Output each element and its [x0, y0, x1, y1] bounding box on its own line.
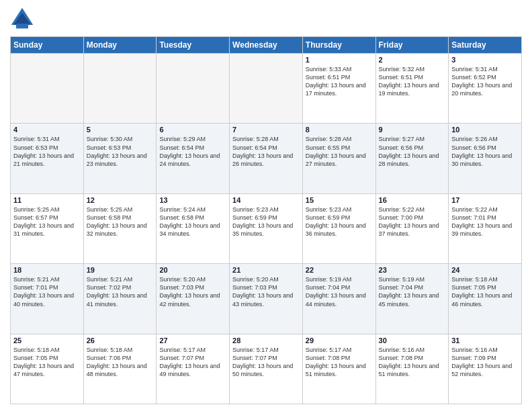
calendar-day-cell: 10Sunrise: 5:26 AM Sunset: 6:56 PM Dayli…	[449, 124, 522, 193]
calendar-day-cell: 14Sunrise: 5:23 AM Sunset: 6:59 PM Dayli…	[230, 193, 303, 263]
day-number: 14	[232, 196, 300, 204]
calendar-day-cell: 1Sunrise: 5:33 AM Sunset: 6:51 PM Daylig…	[302, 54, 375, 124]
calendar-body: 1Sunrise: 5:33 AM Sunset: 6:51 PM Daylig…	[11, 54, 522, 404]
day-number: 26	[87, 336, 154, 345]
calendar-week-row: 25Sunrise: 5:18 AM Sunset: 7:05 PM Dayli…	[11, 334, 522, 404]
day-info: Sunrise: 5:23 AM Sunset: 6:59 PM Dayligh…	[232, 205, 300, 238]
day-info: Sunrise: 5:29 AM Sunset: 6:54 PM Dayligh…	[159, 135, 226, 168]
day-of-week-header: Tuesday	[157, 37, 230, 54]
calendar-day-cell: 17Sunrise: 5:22 AM Sunset: 7:01 PM Dayli…	[449, 193, 522, 263]
day-info: Sunrise: 5:31 AM Sunset: 6:52 PM Dayligh…	[451, 65, 519, 98]
day-number: 13	[159, 196, 226, 204]
calendar-day-cell: 25Sunrise: 5:18 AM Sunset: 7:05 PM Dayli…	[11, 334, 84, 404]
day-info: Sunrise: 5:22 AM Sunset: 7:00 PM Dayligh…	[379, 205, 446, 238]
calendar-day-cell: 20Sunrise: 5:20 AM Sunset: 7:03 PM Dayli…	[157, 264, 230, 334]
day-of-week-header: Saturday	[449, 37, 522, 54]
day-number: 1	[306, 56, 373, 64]
calendar-day-cell: 13Sunrise: 5:24 AM Sunset: 6:58 PM Dayli…	[157, 193, 230, 263]
calendar-day-cell: 8Sunrise: 5:28 AM Sunset: 6:55 PM Daylig…	[302, 124, 375, 193]
day-number: 6	[159, 126, 226, 134]
day-info: Sunrise: 5:30 AM Sunset: 6:53 PM Dayligh…	[87, 135, 154, 168]
calendar-day-cell: 12Sunrise: 5:25 AM Sunset: 6:58 PM Dayli…	[83, 193, 157, 263]
page: SundayMondayTuesdayWednesdayThursdayFrid…	[0, 0, 532, 411]
day-number: 12	[87, 196, 154, 204]
day-info: Sunrise: 5:23 AM Sunset: 6:59 PM Dayligh…	[306, 205, 373, 238]
day-info: Sunrise: 5:18 AM Sunset: 7:05 PM Dayligh…	[451, 275, 519, 308]
day-info: Sunrise: 5:17 AM Sunset: 7:08 PM Dayligh…	[306, 346, 373, 379]
day-info: Sunrise: 5:18 AM Sunset: 7:05 PM Dayligh…	[13, 346, 81, 379]
day-of-week-header: Wednesday	[230, 37, 303, 54]
calendar-day-cell: 19Sunrise: 5:21 AM Sunset: 7:02 PM Dayli…	[83, 264, 157, 334]
calendar-day-cell: 28Sunrise: 5:17 AM Sunset: 7:07 PM Dayli…	[230, 334, 303, 404]
calendar-day-cell: 18Sunrise: 5:21 AM Sunset: 7:01 PM Dayli…	[11, 264, 84, 334]
calendar-day-cell: 2Sunrise: 5:32 AM Sunset: 6:51 PM Daylig…	[375, 54, 449, 124]
day-info: Sunrise: 5:27 AM Sunset: 6:56 PM Dayligh…	[379, 135, 446, 168]
calendar-day-cell: 6Sunrise: 5:29 AM Sunset: 6:54 PM Daylig…	[157, 124, 230, 193]
day-number: 19	[87, 266, 154, 274]
day-info: Sunrise: 5:18 AM Sunset: 7:06 PM Dayligh…	[87, 346, 154, 379]
calendar-day-cell: 9Sunrise: 5:27 AM Sunset: 6:56 PM Daylig…	[375, 124, 449, 193]
day-info: Sunrise: 5:33 AM Sunset: 6:51 PM Dayligh…	[306, 65, 373, 98]
day-info: Sunrise: 5:25 AM Sunset: 6:57 PM Dayligh…	[13, 205, 81, 238]
day-info: Sunrise: 5:20 AM Sunset: 7:03 PM Dayligh…	[232, 275, 300, 308]
header	[10, 7, 522, 31]
day-number: 21	[232, 266, 300, 274]
day-info: Sunrise: 5:25 AM Sunset: 6:58 PM Dayligh…	[87, 205, 154, 238]
day-info: Sunrise: 5:28 AM Sunset: 6:54 PM Dayligh…	[232, 135, 300, 168]
day-info: Sunrise: 5:21 AM Sunset: 7:01 PM Dayligh…	[13, 275, 81, 308]
calendar-day-cell: 24Sunrise: 5:18 AM Sunset: 7:05 PM Dayli…	[449, 264, 522, 334]
calendar-day-cell: 29Sunrise: 5:17 AM Sunset: 7:08 PM Dayli…	[302, 334, 375, 404]
calendar-day-cell: 5Sunrise: 5:30 AM Sunset: 6:53 PM Daylig…	[83, 124, 157, 193]
calendar-week-row: 1Sunrise: 5:33 AM Sunset: 6:51 PM Daylig…	[11, 54, 522, 124]
day-info: Sunrise: 5:17 AM Sunset: 7:07 PM Dayligh…	[159, 346, 226, 379]
day-of-week-header: Monday	[83, 37, 157, 54]
calendar-day-cell	[230, 54, 303, 124]
logo-icon	[10, 7, 34, 31]
day-number: 30	[379, 336, 446, 345]
day-number: 3	[451, 56, 519, 64]
day-number: 16	[379, 196, 446, 204]
days-of-week-row: SundayMondayTuesdayWednesdayThursdayFrid…	[11, 37, 522, 54]
day-info: Sunrise: 5:19 AM Sunset: 7:04 PM Dayligh…	[306, 275, 373, 308]
calendar-day-cell: 11Sunrise: 5:25 AM Sunset: 6:57 PM Dayli…	[11, 193, 84, 263]
day-number: 10	[451, 126, 519, 134]
calendar-day-cell: 26Sunrise: 5:18 AM Sunset: 7:06 PM Dayli…	[83, 334, 157, 404]
day-info: Sunrise: 5:16 AM Sunset: 7:08 PM Dayligh…	[379, 346, 446, 379]
day-number: 31	[451, 336, 519, 345]
day-of-week-header: Sunday	[11, 37, 84, 54]
day-number: 8	[306, 126, 373, 134]
calendar-week-row: 4Sunrise: 5:31 AM Sunset: 6:53 PM Daylig…	[11, 124, 522, 193]
day-number: 17	[451, 196, 519, 204]
day-info: Sunrise: 5:28 AM Sunset: 6:55 PM Dayligh…	[306, 135, 373, 168]
day-number: 2	[379, 56, 446, 64]
day-number: 20	[159, 266, 226, 274]
calendar-day-cell: 30Sunrise: 5:16 AM Sunset: 7:08 PM Dayli…	[375, 334, 449, 404]
calendar-day-cell: 3Sunrise: 5:31 AM Sunset: 6:52 PM Daylig…	[449, 54, 522, 124]
calendar-day-cell: 23Sunrise: 5:19 AM Sunset: 7:04 PM Dayli…	[375, 264, 449, 334]
calendar: SundayMondayTuesdayWednesdayThursdayFrid…	[10, 36, 522, 404]
calendar-day-cell: 27Sunrise: 5:17 AM Sunset: 7:07 PM Dayli…	[157, 334, 230, 404]
calendar-day-cell	[157, 54, 230, 124]
calendar-header: SundayMondayTuesdayWednesdayThursdayFrid…	[11, 37, 522, 54]
logo	[10, 7, 37, 31]
day-number: 11	[13, 196, 81, 204]
day-number: 29	[306, 336, 373, 345]
day-info: Sunrise: 5:16 AM Sunset: 7:09 PM Dayligh…	[451, 346, 519, 379]
day-of-week-header: Thursday	[302, 37, 375, 54]
day-of-week-header: Friday	[375, 37, 449, 54]
day-info: Sunrise: 5:17 AM Sunset: 7:07 PM Dayligh…	[232, 346, 300, 379]
calendar-day-cell	[11, 54, 84, 124]
day-info: Sunrise: 5:22 AM Sunset: 7:01 PM Dayligh…	[451, 205, 519, 238]
day-number: 22	[306, 266, 373, 274]
day-number: 7	[232, 126, 300, 134]
day-number: 24	[451, 266, 519, 274]
day-info: Sunrise: 5:32 AM Sunset: 6:51 PM Dayligh…	[379, 65, 446, 98]
day-number: 28	[232, 336, 300, 345]
calendar-week-row: 11Sunrise: 5:25 AM Sunset: 6:57 PM Dayli…	[11, 193, 522, 263]
calendar-day-cell: 22Sunrise: 5:19 AM Sunset: 7:04 PM Dayli…	[302, 264, 375, 334]
calendar-day-cell: 7Sunrise: 5:28 AM Sunset: 6:54 PM Daylig…	[230, 124, 303, 193]
calendar-day-cell: 21Sunrise: 5:20 AM Sunset: 7:03 PM Dayli…	[230, 264, 303, 334]
day-info: Sunrise: 5:21 AM Sunset: 7:02 PM Dayligh…	[87, 275, 154, 308]
day-number: 27	[159, 336, 226, 345]
day-number: 5	[87, 126, 154, 134]
